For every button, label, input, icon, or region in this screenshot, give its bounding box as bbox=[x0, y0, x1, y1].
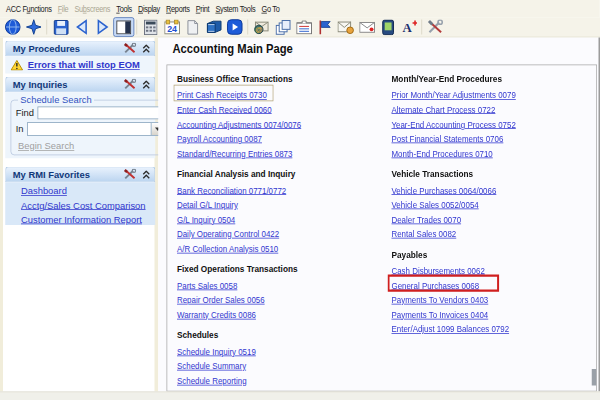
copy-icon[interactable] bbox=[272, 17, 293, 37]
back-icon[interactable] bbox=[71, 17, 92, 37]
flag-icon[interactable] bbox=[314, 17, 335, 37]
schedule-search-group: Schedule Search Find In Begin Search bbox=[11, 95, 170, 156]
link-daily-operating-control-0422[interactable]: Daily Operating Control 0422 bbox=[177, 229, 279, 240]
link-row: Year-End Accounting Process 0752 bbox=[392, 116, 600, 131]
section-vehicle-transactions: Vehicle TransactionsVehicle Purchases 00… bbox=[392, 167, 600, 240]
collapse-icon[interactable] bbox=[142, 170, 151, 179]
link-accounting-adjustments-0074-0076[interactable]: Accounting Adjustments 0074/0076 bbox=[177, 119, 301, 130]
main-panel: Business Office TransactionsPrint Cash R… bbox=[167, 65, 598, 392]
column-right: Month/Year-End ProceduresPrior Month/Yea… bbox=[392, 72, 600, 343]
customize-wrench-icon[interactable] bbox=[124, 43, 137, 54]
favorite-link-customer-information-report[interactable]: Customer Information Report bbox=[21, 215, 155, 226]
link-row: Post Financial Statements 0706 bbox=[392, 131, 600, 146]
envelope-icon[interactable] bbox=[356, 17, 377, 37]
panel-title: My RMI Favorites bbox=[13, 169, 90, 180]
scrollbar-thumb[interactable] bbox=[592, 369, 597, 386]
link-rental-sales-0082[interactable]: Rental Sales 0082 bbox=[392, 229, 457, 240]
calendar-icon[interactable]: 24 bbox=[161, 17, 182, 37]
panel-header-my-rmi-favorites[interactable]: My RMI Favorites bbox=[5, 167, 155, 183]
link-row: Parts Sales 0058 bbox=[177, 277, 386, 292]
link-general-purchases-0068[interactable]: General Purchases 0068 bbox=[392, 280, 480, 291]
link-a-r-collection-analysis-0510[interactable]: A/R Collection Analysis 0510 bbox=[177, 243, 278, 254]
navigate-icon[interactable] bbox=[23, 17, 44, 37]
link-post-financial-statements-0706[interactable]: Post Financial Statements 0706 bbox=[392, 134, 504, 145]
toolbar: 24@A bbox=[0, 17, 600, 37]
tools-icon[interactable] bbox=[425, 17, 446, 37]
link-schedule-summary[interactable]: Schedule Summary bbox=[177, 361, 246, 372]
svg-text:@: @ bbox=[255, 25, 262, 34]
save-icon[interactable] bbox=[50, 17, 71, 37]
window-icon[interactable] bbox=[113, 17, 134, 37]
menu-item-reports[interactable]: Reports bbox=[163, 1, 193, 16]
find-input[interactable] bbox=[38, 107, 165, 120]
toolbar-separator bbox=[422, 20, 424, 35]
menu-bar: ACC FunctionsFileSubscreensToolsDisplayR… bbox=[0, 0, 600, 17]
panel-header-my-procedures[interactable]: My Procedures bbox=[5, 41, 155, 57]
link-vehicle-purchases-0064-0066[interactable]: Vehicle Purchases 0064/0066 bbox=[392, 185, 497, 196]
link-payments-to-invoices-0404[interactable]: Payments To Invoices 0404 bbox=[392, 309, 489, 320]
link-g-l-inquiry-0504[interactable]: G/L Inquiry 0504 bbox=[177, 214, 235, 225]
calculator-icon[interactable] bbox=[140, 17, 161, 37]
svg-text:A: A bbox=[402, 21, 412, 34]
link-payments-to-vendors-0403[interactable]: Payments To Vendors 0403 bbox=[392, 295, 489, 306]
link-schedule-inquiry-0519[interactable]: Schedule Inquiry 0519 bbox=[177, 346, 256, 357]
menu-item-acc-functions[interactable]: ACC Functions bbox=[3, 1, 55, 16]
customize-wrench-icon[interactable] bbox=[124, 169, 137, 180]
play-icon[interactable] bbox=[224, 17, 245, 37]
link-prior-month-year-adjustments-0079[interactable]: Prior Month/Year Adjustments 0079 bbox=[392, 90, 516, 101]
application-window: ACC FunctionsFileSubscreensToolsDisplayR… bbox=[0, 0, 600, 400]
link-year-end-accounting-process-0752[interactable]: Year-End Accounting Process 0752 bbox=[392, 119, 516, 130]
forward-icon[interactable] bbox=[92, 17, 113, 37]
link-payroll-accounting-0087[interactable]: Payroll Accounting 0087 bbox=[177, 134, 262, 145]
in-select[interactable] bbox=[27, 122, 164, 136]
link-row: Enter/Adjust 1099 Balances 0792 bbox=[392, 321, 600, 336]
menu-item-go-to[interactable]: Go To bbox=[258, 1, 282, 16]
link-vehicle-sales-0052-0054[interactable]: Vehicle Sales 0052/0054 bbox=[392, 200, 479, 211]
menu-item-print[interactable]: Print bbox=[193, 1, 213, 16]
customize-wrench-icon[interactable] bbox=[124, 79, 137, 90]
errors-eom-link[interactable]: Errors that will stop EOM bbox=[28, 60, 140, 71]
link-row: Daily Operating Control 0422 bbox=[177, 226, 386, 241]
page-title: Accounting Main Page bbox=[173, 41, 293, 56]
link-parts-sales-0058[interactable]: Parts Sales 0058 bbox=[177, 280, 237, 291]
section-title: Vehicle Transactions bbox=[392, 167, 600, 182]
collapse-icon[interactable] bbox=[142, 80, 151, 89]
menu-item-display[interactable]: Display bbox=[135, 1, 163, 16]
cardfile-icon[interactable] bbox=[293, 17, 314, 37]
link-row: Bank Reconciliation 0771/0772 bbox=[177, 182, 386, 197]
favorite-link-acctg-sales-cost-comparison[interactable]: Acctg/Sales Cost Comparison bbox=[21, 200, 155, 211]
at-icon[interactable]: @ bbox=[251, 17, 272, 37]
link-dealer-trades-0070[interactable]: Dealer Trades 0070 bbox=[392, 214, 462, 225]
globe-icon[interactable] bbox=[2, 17, 23, 37]
panel-header-my-inquiries[interactable]: My Inquiries bbox=[5, 77, 155, 93]
link-row: Standard/Recurring Entries 0873 bbox=[177, 145, 386, 160]
phone-icon[interactable] bbox=[377, 17, 398, 37]
section-title: Payables bbox=[392, 248, 600, 263]
link-alternate-chart-process-0722[interactable]: Alternate Chart Process 0722 bbox=[392, 104, 496, 115]
link-enter-adjust-1099-balances-0792[interactable]: Enter/Adjust 1099 Balances 0792 bbox=[392, 324, 510, 335]
link-enter-cash-received-0060[interactable]: Enter Cash Received 0060 bbox=[177, 104, 272, 115]
link-bank-reconciliation-0771-0772[interactable]: Bank Reconciliation 0771/0772 bbox=[177, 185, 286, 196]
link-schedule-reporting[interactable]: Schedule Reporting bbox=[177, 375, 247, 386]
menu-item-tools[interactable]: Tools bbox=[113, 1, 135, 16]
book-icon[interactable] bbox=[203, 17, 224, 37]
begin-search-link[interactable]: Begin Search bbox=[18, 141, 74, 152]
link-repair-order-sales-0056[interactable]: Repair Order Sales 0056 bbox=[177, 295, 265, 306]
link-warranty-credits-0086[interactable]: Warranty Credits 0086 bbox=[177, 309, 256, 320]
link-print-cash-receipts-0730[interactable]: Print Cash Receipts 0730 bbox=[177, 90, 267, 101]
link-standard-recurring-entries-0873[interactable]: Standard/Recurring Entries 0873 bbox=[177, 148, 292, 159]
collapse-icon[interactable] bbox=[142, 44, 151, 53]
link-detail-g-l-inquiry[interactable]: Detail G/L Inquiry bbox=[177, 200, 238, 211]
link-row: Payments To Vendors 0403 bbox=[392, 292, 600, 307]
menu-item-system-tools[interactable]: System Tools bbox=[212, 1, 258, 16]
toolbar-separator bbox=[248, 20, 250, 35]
section-financial-analysis-and-inquiry: Financial Analysis and InquiryBank Recon… bbox=[177, 167, 386, 255]
document-icon[interactable] bbox=[182, 17, 203, 37]
link-row: Accounting Adjustments 0074/0076 bbox=[177, 116, 386, 131]
favorite-link-dashboard[interactable]: Dashboard bbox=[21, 186, 155, 197]
link-month-end-procedures-0710[interactable]: Month-End Procedures 0710 bbox=[392, 148, 493, 159]
mail-seal-icon[interactable] bbox=[335, 17, 356, 37]
font-size-icon[interactable]: A bbox=[398, 17, 419, 37]
link-row: Detail G/L Inquiry bbox=[177, 197, 386, 212]
link-row: Schedule Inquiry 0519 bbox=[177, 343, 386, 358]
